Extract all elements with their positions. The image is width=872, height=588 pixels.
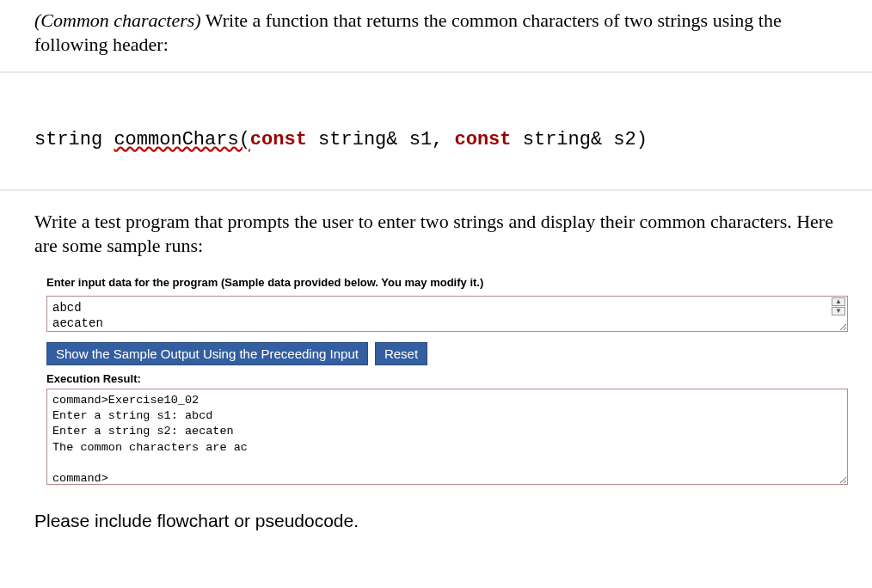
code-signature-block: string commonChars(const string& s1, con… [0, 71, 872, 191]
intro-emphasis: (Common characters) [34, 9, 201, 31]
input-area-wrap: ▲ ▼ [46, 296, 848, 335]
output-textarea[interactable] [46, 389, 848, 485]
button-row: Show the Sample Output Using the Preceed… [46, 342, 848, 365]
spinner-up-icon[interactable]: ▲ [832, 297, 845, 306]
footer-instruction: Please include flowchart or pseudocode. [34, 511, 848, 531]
spinner-down-icon[interactable]: ▼ [832, 307, 845, 315]
function-signature: string commonChars(const string& s1, con… [34, 129, 648, 150]
show-output-button[interactable]: Show the Sample Output Using the Preceed… [46, 342, 368, 365]
problem-intro: (Common characters) Write a function tha… [34, 9, 848, 56]
problem-mid-text: Write a test program that prompts the us… [34, 210, 848, 257]
keyword-const-1: const [250, 129, 307, 150]
keyword-const-2: const [455, 129, 512, 150]
reset-button[interactable]: Reset [375, 342, 427, 365]
execution-result-label: Execution Result: [46, 372, 848, 385]
textarea-spinner[interactable]: ▲ ▼ [832, 297, 845, 315]
input-textarea[interactable] [46, 296, 848, 332]
input-prompt-label: Enter input data for the program (Sample… [46, 276, 848, 289]
function-name: commonChars( [114, 129, 249, 150]
